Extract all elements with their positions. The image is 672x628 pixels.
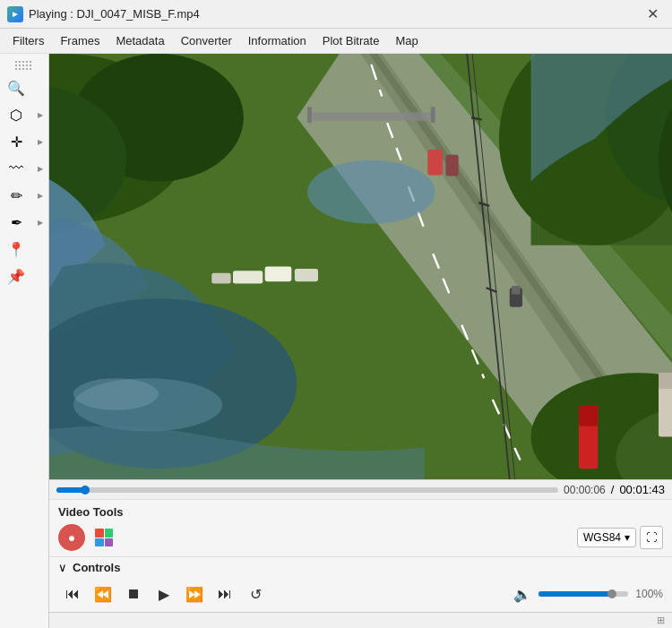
svg-rect-25: [265, 267, 292, 282]
controls-header-label: Controls: [73, 561, 120, 574]
menu-item-filters[interactable]: Filters: [5, 31, 51, 50]
controls-header[interactable]: ∨ Controls: [58, 561, 663, 574]
controls-section: ∨ Controls ⏮⏪⏹▶⏩⏭↺ 🔈 100%: [49, 556, 672, 612]
video-container: [49, 54, 672, 479]
chevron-right-icon: ▶: [38, 111, 43, 119]
rewind-button[interactable]: ⏪: [89, 580, 117, 608]
record-button[interactable]: ●: [58, 524, 85, 551]
sidebar-tool-search-tool[interactable]: 🔍: [2, 75, 47, 100]
crosshair-icon: ✛: [5, 131, 27, 152]
video-tools-section: Video Tools ● WGS84 ▾ ⛶: [49, 499, 672, 556]
progress-bar-track[interactable]: [56, 487, 558, 493]
svg-rect-39: [659, 373, 672, 389]
chevron-right-icon: ▶: [38, 192, 43, 200]
pen-icon: ✒: [5, 211, 27, 233]
close-button[interactable]: ✕: [640, 2, 665, 27]
sidebar-tool-line-tool[interactable]: 〰▶: [2, 156, 47, 181]
video-frame: [49, 54, 672, 479]
chevron-right-icon: ▶: [38, 138, 43, 146]
status-icon: ⊞: [657, 615, 665, 626]
pin-icon: 📍: [5, 238, 27, 260]
svg-rect-27: [295, 269, 318, 281]
map-pin-icon: 📌: [5, 265, 27, 287]
volume-fill: [538, 591, 612, 597]
chevron-right-icon: ▶: [38, 165, 43, 173]
sidebar-tool-map-pin-tool[interactable]: 📌: [2, 263, 47, 288]
volume-percentage: 100%: [635, 588, 663, 600]
line-icon: 〰: [5, 158, 27, 179]
video-tools-row: ● WGS84 ▾ ⛶: [58, 524, 663, 551]
status-bar: ⊞: [49, 612, 672, 628]
time-display: 00:00:06: [564, 484, 606, 496]
menu-item-metadata[interactable]: Metadata: [108, 31, 171, 50]
svg-rect-23: [427, 150, 443, 176]
sidebar-tool-draw-tool[interactable]: ✏▶: [2, 183, 47, 208]
progress-area: 00:00:06 / 00:01:43: [49, 479, 672, 499]
svg-point-6: [73, 378, 159, 410]
total-time: 00:01:43: [619, 483, 665, 496]
controls-right: 🔈 100%: [513, 586, 663, 603]
volume-icon: 🔈: [513, 586, 531, 603]
mosaic-cell-red: [95, 529, 104, 538]
coord-selector: WGS84 ▾ ⛶: [577, 526, 663, 549]
loop-button[interactable]: ↺: [241, 580, 270, 608]
sidebar: 🔍⬡▶✛▶〰▶✏▶✒▶📍📌: [0, 54, 49, 628]
coord-dropdown-arrow: ▾: [625, 531, 630, 544]
mosaic-cell-green: [105, 529, 114, 538]
tool-buttons: ●: [58, 524, 117, 551]
coord-value: WGS84: [583, 531, 621, 544]
skip-to-end-button[interactable]: ⏭: [211, 580, 239, 608]
fast-forward-button[interactable]: ⏩: [180, 580, 209, 608]
menu-item-plot-bitrate[interactable]: Plot Bitrate: [315, 31, 387, 50]
sidebar-tool-pin-tool[interactable]: 📍: [2, 237, 47, 262]
app-icon: ►: [7, 6, 23, 22]
menu-item-information[interactable]: Information: [241, 31, 314, 50]
sidebar-tool-select-tool[interactable]: ⬡▶: [2, 102, 47, 127]
main-layout: 🔍⬡▶✛▶〰▶✏▶✒▶📍📌: [0, 54, 672, 628]
sidebar-drag-handle: [15, 57, 33, 73]
time-separator: /: [611, 483, 615, 496]
sidebar-tool-cross-tool[interactable]: ✛▶: [2, 129, 47, 154]
menu-item-frames[interactable]: Frames: [53, 31, 107, 50]
svg-rect-20: [579, 405, 598, 426]
title-text: Playing : DJI_0047_MISB_F.mp4: [29, 7, 200, 21]
volume-track[interactable]: [538, 591, 628, 597]
stop-button[interactable]: ⏹: [119, 580, 148, 608]
search-icon: 🔍: [5, 77, 27, 99]
sidebar-tool-pen-tool[interactable]: ✒▶: [2, 210, 47, 235]
svg-rect-29: [307, 112, 435, 121]
menu-item-map[interactable]: Map: [388, 31, 425, 50]
svg-point-32: [307, 160, 435, 224]
svg-rect-22: [512, 286, 521, 295]
play-button[interactable]: ▶: [150, 580, 178, 608]
coord-dropdown[interactable]: WGS84 ▾: [577, 528, 636, 547]
svg-rect-30: [307, 107, 312, 123]
svg-rect-31: [431, 107, 435, 123]
video-tools-header: Video Tools: [58, 505, 663, 519]
chevron-right-icon: ▶: [38, 219, 43, 227]
content-area: 00:00:06 / 00:01:43 Video Tools ●: [49, 54, 672, 628]
title-bar: ► Playing : DJI_0047_MISB_F.mp4 ✕: [0, 0, 672, 29]
mosaic-cell-blue: [95, 538, 104, 547]
mosaic-button[interactable]: [90, 524, 117, 551]
draw-icon: ✏: [5, 185, 27, 206]
controls-collapse-icon: ∨: [58, 561, 67, 574]
select-icon: ⬡: [5, 104, 27, 125]
svg-rect-24: [446, 155, 459, 176]
expand-button[interactable]: ⛶: [640, 526, 663, 549]
progress-thumb: [81, 486, 90, 495]
svg-rect-28: [211, 273, 230, 284]
mosaic-cell-purple: [105, 538, 114, 547]
skip-to-start-button[interactable]: ⏮: [58, 580, 87, 608]
title-bar-left: ► Playing : DJI_0047_MISB_F.mp4: [7, 6, 200, 22]
svg-rect-26: [233, 271, 263, 283]
volume-thumb: [607, 589, 616, 598]
controls-row: ⏮⏪⏹▶⏩⏭↺ 🔈 100%: [58, 580, 663, 608]
menu-bar: FiltersFramesMetadataConverterInformatio…: [0, 29, 672, 54]
menu-item-converter[interactable]: Converter: [174, 31, 239, 50]
